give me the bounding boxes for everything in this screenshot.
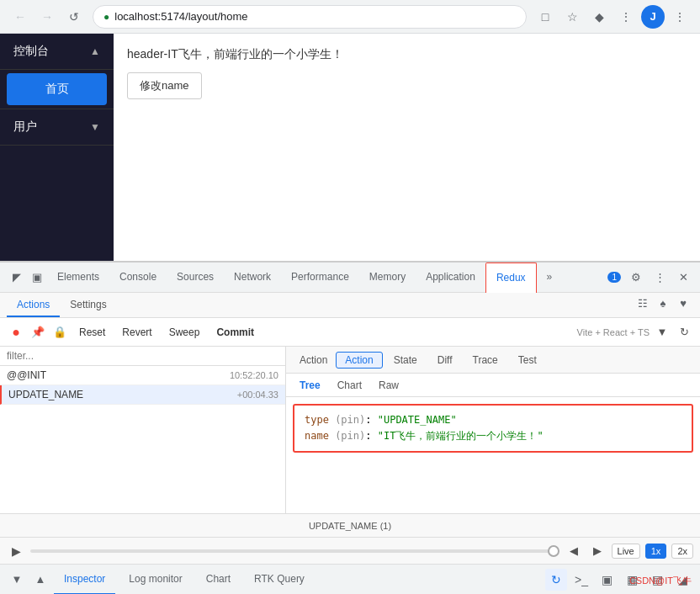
secure-icon: ●: [103, 11, 109, 23]
action-item-update-name[interactable]: UPDATE_NAME +00:04.33: [0, 385, 285, 405]
tab-memory[interactable]: Memory: [359, 263, 416, 293]
sidebar-section-console: 控制台 ▲: [0, 34, 114, 70]
bottom-icon-grid1[interactable]: ▣: [596, 569, 618, 591]
play-button[interactable]: ▶: [7, 542, 25, 560]
bookmark-button[interactable]: ☆: [560, 5, 584, 29]
devtools-settings-icon[interactable]: ⚙: [626, 268, 646, 288]
rp-subtab-chart[interactable]: Chart: [331, 378, 369, 393]
rp-subtab-tree[interactable]: Tree: [293, 378, 327, 393]
speed-live-button[interactable]: Live: [612, 544, 640, 559]
timeline-thumb: [548, 545, 559, 557]
more-button[interactable]: ⋮: [614, 5, 638, 29]
rp-tab-state[interactable]: State: [384, 352, 427, 369]
tab-elements[interactable]: Elements: [47, 263, 109, 293]
speed-1x-button[interactable]: 1x: [645, 544, 667, 559]
tab-network-label: Network: [234, 271, 271, 283]
prev-button[interactable]: ◀: [565, 542, 583, 560]
rp-tab-diff-label: Diff: [438, 354, 453, 366]
tab-memory-label: Memory: [369, 271, 406, 283]
extensions-button[interactable]: ◆: [587, 5, 611, 29]
sidebar-item-users[interactable]: 用户 ▼: [0, 109, 114, 145]
sweep-button[interactable]: Sweep: [162, 325, 207, 340]
console-badge: 1: [607, 272, 621, 283]
code-box: type (pin): "UPDATE_NAME" name (pin): "I…: [293, 404, 693, 453]
timeline-track[interactable]: [30, 549, 559, 553]
sidebar: 控制台 ▲ 首页 用户 ▼: [0, 34, 114, 261]
action-item-init[interactable]: @@INIT 10:52:20.10: [0, 366, 285, 385]
forward-button[interactable]: →: [35, 5, 59, 29]
revert-button[interactable]: Revert: [115, 325, 158, 340]
redux-right-icon1[interactable]: ☷: [633, 293, 653, 313]
redux-right-icon2[interactable]: ♠: [653, 293, 673, 313]
rp-subtab-chart-label: Chart: [337, 379, 362, 391]
bottom-tab-logmonitor[interactable]: Log monitor: [119, 565, 192, 595]
playback-bar: ▶ ◀ ▶ Live 1x 2x: [0, 537, 700, 564]
right-panel: Action Action State Diff Trace: [286, 347, 700, 513]
redux-top-tabs: Actions Settings ☷ ♠ ♥: [0, 293, 700, 318]
bottom-tab-inspector[interactable]: Inspector: [54, 565, 115, 595]
devtools: ◤ ▣ Elements Console Sources Network Per…: [0, 261, 700, 594]
redux-tab-settings[interactable]: Settings: [60, 293, 116, 317]
action-time-update: +00:04.33: [237, 390, 278, 400]
lock-button[interactable]: 🔒: [50, 323, 69, 342]
bottom-icon-refresh[interactable]: ↻: [545, 569, 567, 591]
filter-input[interactable]: [0, 347, 285, 366]
tab-redux[interactable]: Redux: [485, 263, 537, 293]
toolbar-refresh[interactable]: ↻: [675, 323, 693, 342]
tab-console[interactable]: Console: [109, 263, 167, 293]
redux-right-icon3[interactable]: ♥: [673, 293, 693, 313]
tab-performance[interactable]: Performance: [281, 263, 359, 293]
speed-2x-button[interactable]: 2x: [671, 544, 693, 559]
devtools-inspect-button[interactable]: ◤: [7, 268, 27, 288]
sidebar-item-home[interactable]: 首页: [7, 73, 107, 105]
bottom-tab-chart[interactable]: Chart: [196, 565, 241, 595]
back-button[interactable]: ←: [8, 5, 32, 29]
devtools-more-icon[interactable]: ⋮: [650, 268, 670, 288]
record-button[interactable]: ●: [7, 323, 25, 342]
devtools-device-button[interactable]: ▣: [27, 268, 47, 288]
rp-tab-state-label: State: [394, 354, 417, 366]
bottom-left-icon1[interactable]: ▼: [7, 570, 27, 590]
rp-label: Action: [293, 354, 334, 366]
rp-tab-diff[interactable]: Diff: [428, 352, 462, 369]
rp-tab-test[interactable]: Test: [509, 352, 546, 369]
rp-tab-test-label: Test: [518, 354, 537, 366]
redux-panel: Actions Settings ☷ ♠ ♥ ● 📌 🔒 Reset Rever…: [0, 293, 700, 594]
code-line-1: type (pin): "UPDATE_NAME": [305, 412, 681, 428]
watermark: CSDN@IT飞牛: [629, 575, 692, 587]
modify-name-button[interactable]: 修改name: [127, 72, 202, 99]
redux-tab-actions[interactable]: Actions: [7, 293, 60, 317]
bottom-tab-logmonitor-label: Log monitor: [129, 573, 182, 585]
tab-sources[interactable]: Sources: [167, 263, 224, 293]
sidebar-home-label: 首页: [45, 82, 69, 97]
tab-network[interactable]: Network: [224, 263, 281, 293]
profile-button[interactable]: J: [641, 5, 665, 29]
bottom-status-text: UPDATE_NAME (1): [309, 521, 391, 531]
rp-tab-trace[interactable]: Trace: [464, 352, 507, 369]
address-bar[interactable]: ● localhost:5174/layout/home: [93, 5, 527, 29]
commit-button[interactable]: Commit: [209, 325, 261, 340]
chrome-actions: □ ☆ ◆ ⋮ J ⋮: [533, 5, 692, 29]
tab-elements-label: Elements: [57, 271, 99, 283]
tab-sources-label: Sources: [177, 271, 214, 283]
tab-redux-label: Redux: [496, 272, 526, 284]
toolbar-chevron-down[interactable]: ▼: [653, 323, 671, 342]
tab-application[interactable]: Application: [416, 263, 485, 293]
menu-button[interactable]: ⋮: [668, 5, 692, 29]
reset-button[interactable]: Reset: [72, 325, 112, 340]
bottom-left-icon2[interactable]: ▲: [30, 570, 50, 590]
rp-tab-action[interactable]: Action: [336, 352, 382, 369]
action-name-init: @@INIT: [7, 369, 46, 381]
devtools-close-icon[interactable]: ✕: [673, 268, 693, 288]
rp-subtab-raw[interactable]: Raw: [372, 378, 406, 393]
main-content: header-IT飞牛，前端行业的一个小学生！ 修改name: [114, 34, 700, 261]
bottom-icon-terminal[interactable]: >_: [570, 569, 592, 591]
bottom-tab-rtkquery[interactable]: RTK Query: [244, 565, 315, 595]
tab-more[interactable]: »: [537, 263, 563, 293]
browser-chrome: ← → ↺ ● localhost:5174/layout/home □ ☆ ◆…: [0, 0, 700, 34]
reload-button[interactable]: ↺: [62, 5, 86, 29]
sidebar-item-console[interactable]: 控制台 ▲: [0, 34, 114, 69]
next-button[interactable]: ▶: [588, 542, 607, 560]
pin-button[interactable]: 📌: [29, 323, 47, 342]
cast-button[interactable]: □: [533, 5, 557, 29]
